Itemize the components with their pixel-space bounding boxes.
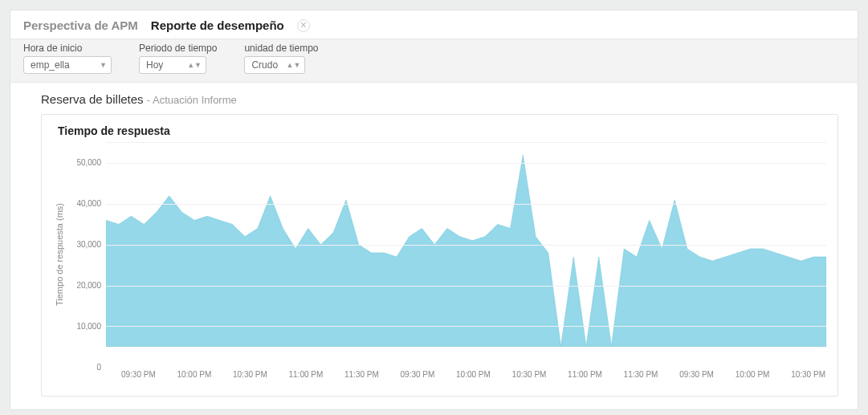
breadcrumb-current: Reporte de desempeño <box>151 18 284 32</box>
period-value: Hoy <box>146 57 163 73</box>
x-tick: 09:30 PM <box>679 370 714 379</box>
chart-card: Tiempo de respuesta Tiempo de respuesta … <box>41 114 838 397</box>
grid-line <box>106 204 826 205</box>
chevron-down-icon: ▼ <box>100 57 107 73</box>
x-tick: 10:30 PM <box>512 370 547 379</box>
time-unit-select[interactable]: Crudo ▲▼ <box>244 56 305 74</box>
y-tick: 40,000 <box>76 199 101 208</box>
report-name: Reserva de billetes <box>41 92 144 106</box>
x-tick: 10:00 PM <box>736 370 770 379</box>
filter-unit-label: unidad de tiempo <box>244 43 318 54</box>
x-axis: 09:30 PM10:00 PM10:30 PM11:00 PM11:30 PM… <box>106 370 826 383</box>
x-tick: 09:30 PM <box>121 370 156 379</box>
filter-period: Periodo de tiempo Hoy ▲▼ <box>139 43 217 74</box>
period-select[interactable]: Hoy ▲▼ <box>139 56 206 74</box>
filter-start-time: Hora de inicio emp_ella ▼ <box>23 43 112 74</box>
filter-start-label: Hora de inicio <box>23 43 112 54</box>
y-tick: 50,000 <box>76 158 101 167</box>
filter-time-unit: unidad de tiempo Crudo ▲▼ <box>244 43 318 74</box>
x-tick: 10:00 PM <box>177 370 211 379</box>
chart-area: Tiempo de respuesta (ms) 010,00020,00030… <box>53 142 826 367</box>
grid-line <box>106 286 826 287</box>
grid-line <box>106 163 826 164</box>
updown-icon: ▲▼ <box>287 57 301 73</box>
x-tick: 11:00 PM <box>289 370 324 379</box>
x-tick: 11:00 PM <box>568 370 602 379</box>
breadcrumb: Perspectiva de APM Reporte de desempeño … <box>10 10 858 39</box>
grid-line <box>106 326 826 327</box>
close-icon[interactable]: × <box>297 19 310 32</box>
start-time-value: emp_ella <box>31 57 70 73</box>
grid-line <box>106 245 826 246</box>
y-tick: 30,000 <box>76 240 101 249</box>
chart-title: Tiempo de respuesta <box>58 124 826 137</box>
updown-icon: ▲▼ <box>187 57 202 73</box>
area-series <box>106 155 826 346</box>
breadcrumb-parent[interactable]: Perspectiva de APM <box>23 18 138 32</box>
filter-bar: Hora de inicio emp_ella ▼ Periodo de tie… <box>10 39 858 83</box>
plot-area <box>106 142 826 367</box>
report-header: Reserva de billetes - Actuación Informe <box>10 83 858 111</box>
y-tick: 0 <box>96 363 101 372</box>
area-chart-svg <box>106 143 826 367</box>
time-unit-value: Crudo <box>251 57 278 73</box>
report-panel: Perspectiva de APM Reporte de desempeño … <box>10 10 858 410</box>
y-tick: 10,000 <box>76 322 101 331</box>
x-tick: 10:30 PM <box>791 370 825 379</box>
x-tick: 10:30 PM <box>233 370 267 379</box>
y-axis-label: Tiempo de respuesta (ms) <box>53 142 66 367</box>
x-tick: 10:00 PM <box>456 370 491 379</box>
x-tick: 09:30 PM <box>401 370 435 379</box>
y-tick: 20,000 <box>76 281 101 290</box>
y-axis: 010,00020,00030,00040,00050,000 <box>66 142 106 367</box>
start-time-select[interactable]: emp_ella ▼ <box>23 56 112 74</box>
x-tick: 11:30 PM <box>624 370 658 379</box>
filter-period-label: Periodo de tiempo <box>139 43 217 54</box>
x-tick: 11:30 PM <box>344 370 379 379</box>
report-subtitle: - Actuación Informe <box>147 94 237 106</box>
